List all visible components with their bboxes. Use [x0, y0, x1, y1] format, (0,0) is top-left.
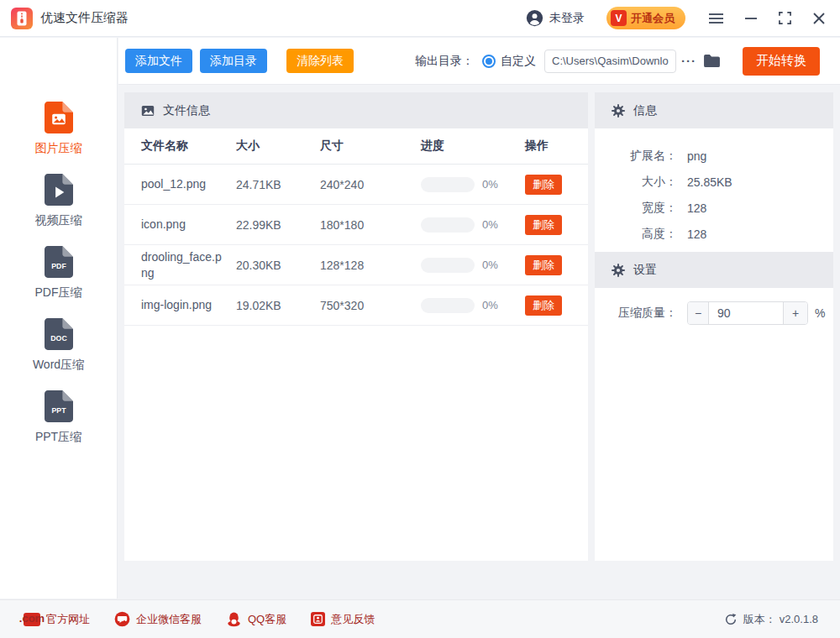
quality-label: 压缩质量： — [595, 306, 677, 321]
user-avatar-icon — [526, 9, 543, 27]
output-path-input[interactable] — [544, 50, 676, 73]
settings-panel-header: 设置 — [595, 252, 833, 288]
qq-service-link[interactable]: QQ客服 — [226, 611, 286, 627]
file-dims: 180*180 — [320, 218, 421, 232]
info-row-width: 宽度： 128 — [595, 195, 833, 221]
progress-percent: 0% — [482, 299, 498, 311]
delete-button[interactable]: 删除 — [525, 255, 562, 275]
toolbar: 添加文件 添加目录 清除列表 输出目录： 自定义 ··· 开始转换 — [118, 38, 840, 85]
file-info-panel-title: 文件信息 — [163, 103, 210, 118]
table-row[interactable]: img-login.png 19.02KB 750*320 0% 删除 — [124, 285, 588, 326]
file-size: 24.71KB — [236, 178, 320, 191]
sidebar-item-word-compress[interactable]: DOC Word压缩 — [0, 318, 117, 373]
info-label: 大小： — [595, 175, 677, 190]
table-row[interactable]: drooling_face.png 20.30KB 128*128 0% 删除 — [124, 245, 588, 285]
file-dims: 128*128 — [320, 259, 421, 272]
quality-decrease-button[interactable]: − — [688, 302, 709, 324]
video-compress-icon — [45, 174, 73, 206]
file-name: drooling_face.png — [141, 249, 236, 281]
hamburger-icon — [709, 13, 723, 24]
file-name: icon.png — [141, 217, 236, 233]
file-progress: 0% — [421, 298, 525, 313]
sidebar-item-image-compress[interactable]: 图片压缩 — [0, 102, 117, 156]
login-status[interactable]: 未登录 — [526, 9, 585, 27]
add-directory-button[interactable]: 添加目录 — [200, 49, 267, 73]
progress-bar — [421, 258, 475, 273]
file-size: 19.02KB — [236, 299, 320, 312]
clear-list-button[interactable]: 清除列表 — [286, 49, 354, 73]
file-name: img-login.png — [141, 297, 236, 313]
info-row-size: 大小： 25.85KB — [595, 169, 833, 195]
maximize-button[interactable] — [775, 8, 795, 28]
app-title: 优速文件压缩器 — [40, 10, 129, 26]
sidebar-item-label: PPT压缩 — [35, 430, 81, 445]
wechat-service-link[interactable]: 企业微信客服 — [114, 611, 202, 627]
feedback-label: 意见反馈 — [331, 612, 375, 627]
progress-bar — [421, 177, 475, 192]
file-dims: 750*320 — [320, 299, 421, 312]
app-logo-icon — [11, 8, 33, 29]
login-status-label: 未登录 — [549, 11, 585, 26]
table-row[interactable]: icon.png 22.99KB 180*180 0% 删除 — [124, 205, 588, 245]
column-header-size: 大小 — [236, 139, 320, 154]
output-directory-group: 输出目录： 自定义 ··· 开始转换 — [415, 47, 820, 76]
wechat-service-label: 企业微信客服 — [136, 612, 202, 627]
delete-button[interactable]: 删除 — [525, 215, 562, 235]
browse-more-button[interactable]: ··· — [681, 54, 696, 68]
progress-percent: 0% — [482, 178, 498, 191]
info-value: 128 — [687, 227, 833, 241]
sidebar-item-video-compress[interactable]: 视频压缩 — [0, 174, 117, 228]
qq-service-label: QQ客服 — [248, 612, 286, 627]
custom-output-label: 自定义 — [501, 54, 536, 69]
official-website-link[interactable]: .com 官方网址 — [24, 612, 90, 627]
progress-bar — [421, 217, 475, 233]
sidebar-item-pdf-compress[interactable]: PDF PDF压缩 — [0, 246, 117, 301]
quality-increase-button[interactable]: + — [783, 302, 807, 324]
delete-button[interactable]: 删除 — [525, 295, 562, 316]
ppt-compress-icon: PPT — [45, 390, 73, 422]
content-area: 文件信息 文件名称 大小 尺寸 进度 操作 pool_12.png 24.71K… — [118, 86, 840, 599]
maximize-icon — [779, 12, 791, 24]
file-progress: 0% — [421, 217, 525, 233]
file-info-panel: 文件信息 文件名称 大小 尺寸 进度 操作 pool_12.png 24.71K… — [124, 92, 588, 561]
feedback-link[interactable]: 意见反馈 — [311, 612, 375, 627]
sidebar-item-ppt-compress[interactable]: PPT PPT压缩 — [0, 390, 117, 445]
menu-button[interactable] — [706, 9, 727, 28]
vip-button-label: 开通会员 — [631, 11, 675, 26]
app-window: 优速文件压缩器 未登录 V 开通会员 — [0, 0, 840, 638]
word-compress-icon: DOC — [45, 318, 73, 350]
close-icon — [813, 13, 825, 24]
column-header-progress: 进度 — [421, 139, 525, 154]
sidebar-item-label: Word压缩 — [33, 358, 84, 373]
start-convert-button[interactable]: 开始转换 — [743, 47, 820, 76]
sidebar: 图片压缩 视频压缩 PDF PDF压缩 DOC Word压缩 — [0, 38, 118, 599]
file-name: pool_12.png — [141, 176, 236, 192]
close-button[interactable] — [810, 9, 828, 28]
settings-panel-title: 设置 — [633, 263, 657, 278]
open-vip-button[interactable]: V 开通会员 — [606, 7, 685, 29]
quality-unit: % — [815, 306, 825, 320]
vip-badge-icon: V — [611, 10, 627, 26]
quality-setting-row: 压缩质量： − + % — [595, 301, 833, 325]
quality-input[interactable] — [709, 302, 783, 324]
quality-stepper: − + — [687, 301, 808, 325]
gear-icon — [612, 264, 625, 277]
progress-percent: 0% — [482, 259, 498, 271]
side-panel: 信息 扩展名： png 大小： 25.85KB 宽度： 128 高度： 128 — [595, 92, 833, 561]
svg-text:PPT: PPT — [51, 406, 66, 415]
open-folder-button[interactable] — [703, 54, 721, 68]
info-label: 高度： — [595, 227, 677, 242]
wechat-service-icon — [114, 611, 130, 627]
minimize-button[interactable] — [742, 9, 760, 28]
column-header-name: 文件名称 — [141, 139, 236, 154]
delete-button[interactable]: 删除 — [525, 175, 562, 195]
info-body: 扩展名： png 大小： 25.85KB 宽度： 128 高度： 128 — [595, 128, 833, 252]
add-file-button[interactable]: 添加文件 — [125, 49, 192, 73]
column-header-action: 操作 — [525, 139, 588, 154]
version-value: v2.0.1.8 — [780, 613, 818, 625]
svg-text:PDF: PDF — [51, 262, 66, 270]
custom-output-radio[interactable] — [482, 55, 496, 68]
image-compress-icon — [45, 102, 73, 133]
update-refresh-icon — [724, 613, 738, 626]
table-row[interactable]: pool_12.png 24.71KB 240*240 0% 删除 — [124, 165, 588, 205]
